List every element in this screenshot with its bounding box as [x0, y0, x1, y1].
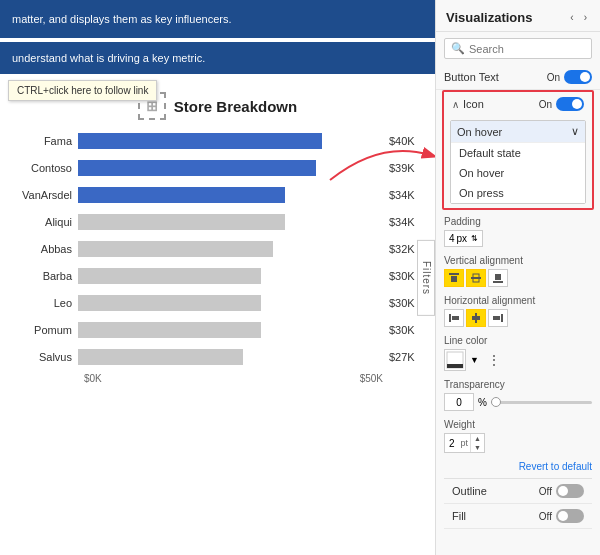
padding-unit: px — [457, 233, 468, 244]
svg-rect-10 — [472, 316, 480, 320]
padding-property: Padding 4 px ⇅ — [444, 216, 592, 247]
tooltip-text: CTRL+click here to follow link — [17, 85, 148, 96]
dropdown-selected-item[interactable]: On hover ∨ — [451, 121, 585, 142]
table-row: Contoso $39K — [10, 157, 425, 179]
svg-rect-11 — [501, 314, 503, 322]
chart-panel: matter, and displays them as key influen… — [0, 0, 435, 555]
bar-fill — [78, 349, 243, 365]
search-box[interactable]: 🔍 — [444, 38, 592, 59]
icon-dropdown[interactable]: On hover ∨ Default state On hover On pre… — [450, 120, 586, 204]
align-bottom-btn[interactable] — [488, 269, 508, 287]
icon-section-label: Icon — [463, 98, 484, 110]
line-color-property: Line color ▼ ⋮ — [444, 335, 592, 371]
table-row: Pomum $30K — [10, 319, 425, 341]
nav-prev-arrow[interactable]: ‹ — [567, 11, 576, 24]
outline-section: Outline Off — [444, 478, 592, 504]
padding-value-box[interactable]: 4 px ⇅ — [444, 230, 483, 247]
transparency-slider[interactable] — [491, 401, 592, 404]
slider-thumb — [491, 397, 501, 407]
button-text-toggle-label: On — [547, 72, 560, 83]
viz-panel-title: Visualizations — [446, 10, 532, 25]
dropdown-item-default[interactable]: Default state — [451, 143, 585, 163]
bar-chart: Fama $40K Contoso $39K VanArsdel $34K — [10, 130, 425, 368]
weight-value-box[interactable]: 2 pt ▲ ▼ — [444, 433, 485, 453]
vertical-alignment-label: Vertical alignment — [444, 255, 592, 266]
horizontal-alignment-buttons — [444, 309, 592, 327]
svg-rect-2 — [451, 276, 457, 282]
padding-label: Padding — [444, 216, 592, 227]
dropdown-menu: Default state On hover On press — [451, 142, 585, 203]
fill-label: Fill — [452, 510, 466, 522]
second-bar: understand what is driving a key metric. — [0, 42, 435, 74]
viz-panel-header: Visualizations ‹ › — [436, 0, 600, 32]
align-left-btn[interactable] — [444, 309, 464, 327]
table-row: Barba $30K — [10, 265, 425, 287]
button-text-label: Button Text — [444, 71, 499, 83]
bar-fill — [78, 295, 261, 311]
properties-section: Padding 4 px ⇅ Vertical alignment — [436, 210, 600, 555]
horizontal-alignment-label: Horizontal alignment — [444, 295, 592, 306]
line-color-dropdown-arrow[interactable]: ▼ — [470, 355, 479, 365]
revert-to-default-link[interactable]: Revert to default — [444, 461, 592, 472]
fill-toggle-label: Off — [539, 511, 552, 522]
svg-rect-6 — [495, 274, 501, 280]
dropdown-chevron-icon: ∨ — [571, 125, 579, 138]
nav-next-arrow[interactable]: › — [581, 11, 590, 24]
icon-toggle-label: On — [539, 99, 552, 110]
dropdown-item-press[interactable]: On press — [451, 183, 585, 203]
align-middle-btn[interactable] — [466, 269, 486, 287]
svg-rect-5 — [493, 281, 503, 283]
top-bar: matter, and displays them as key influen… — [0, 0, 435, 38]
bar-fill — [78, 268, 261, 284]
align-center-btn[interactable] — [466, 309, 486, 327]
dropdown-item-hover[interactable]: On hover — [451, 163, 585, 183]
align-top-btn[interactable] — [444, 269, 464, 287]
fill-toggle[interactable] — [556, 509, 584, 523]
weight-stepper[interactable]: ▲ ▼ — [470, 434, 484, 452]
align-right-btn[interactable] — [488, 309, 508, 327]
outline-toggle[interactable] — [556, 484, 584, 498]
line-color-swatch[interactable] — [444, 349, 466, 371]
transparency-property: Transparency 0 % — [444, 379, 592, 411]
padding-stepper-icon: ⇅ — [471, 234, 478, 243]
weight-unit: pt — [459, 436, 471, 450]
top-bar-text: matter, and displays them as key influen… — [12, 13, 232, 25]
vertical-alignment-buttons — [444, 269, 592, 287]
outline-toggle-label: Off — [539, 486, 552, 497]
table-row: Fama $40K — [10, 130, 425, 152]
search-input[interactable] — [469, 43, 585, 55]
button-text-toggle[interactable] — [564, 70, 592, 84]
icon-toggle[interactable] — [556, 97, 584, 111]
line-color-label: Line color — [444, 335, 592, 346]
icon-section-chevron[interactable]: ∧ — [452, 99, 459, 110]
transparency-value: 0 — [456, 397, 462, 408]
stepper-down-btn[interactable]: ▼ — [471, 443, 484, 452]
stepper-up-btn[interactable]: ▲ — [471, 434, 484, 443]
bar-fill — [78, 187, 285, 203]
icon-section-highlighted: ∧ Icon On On hover ∨ Default state On ho… — [442, 90, 594, 210]
bar-fill — [78, 241, 273, 257]
transparency-value-box: 0 — [444, 393, 474, 411]
vertical-alignment-property: Vertical alignment — [444, 255, 592, 287]
horizontal-alignment-property: Horizontal alignment — [444, 295, 592, 327]
filters-tab[interactable]: Filters — [417, 239, 435, 315]
bar-fill — [78, 133, 322, 149]
weight-property: Weight 2 pt ▲ ▼ — [444, 419, 592, 453]
table-row: Abbas $32K — [10, 238, 425, 260]
padding-value: 4 — [449, 233, 455, 244]
table-row: Leo $30K — [10, 292, 425, 314]
svg-rect-1 — [449, 273, 459, 275]
second-bar-text: understand what is driving a key metric. — [12, 52, 205, 64]
transparency-unit: % — [478, 397, 487, 408]
button-text-section: Button Text On — [436, 65, 600, 90]
chart-area: ⊞ Store Breakdown Fama $40K Contoso $39K… — [0, 82, 435, 394]
line-color-more-icon: ⋮ — [487, 352, 501, 368]
svg-rect-7 — [449, 314, 451, 322]
weight-value: 2 — [445, 436, 459, 451]
bar-fill — [78, 214, 285, 230]
table-row: Aliqui $34K — [10, 211, 425, 233]
weight-label: Weight — [444, 419, 592, 430]
visualizations-panel: Visualizations ‹ › 🔍 Button Text On ∧ Ic… — [435, 0, 600, 555]
x-axis: $0K $50K — [10, 373, 425, 384]
svg-rect-8 — [452, 316, 459, 320]
